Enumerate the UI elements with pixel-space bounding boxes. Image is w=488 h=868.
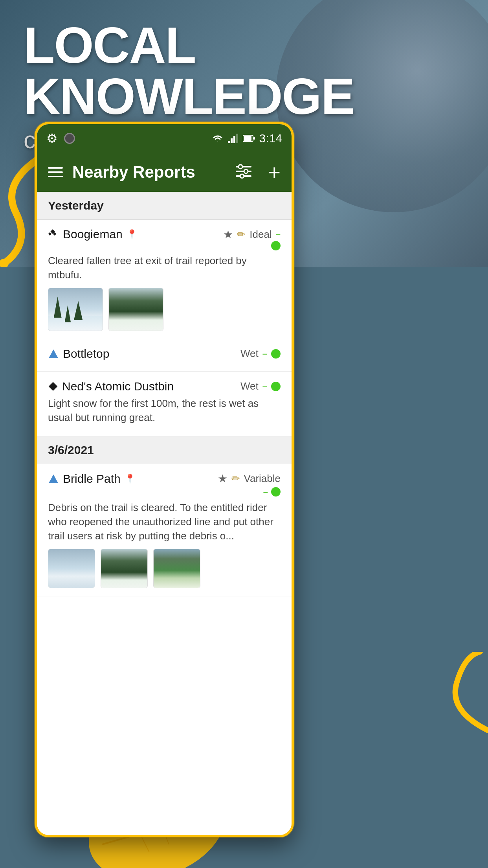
star-icon: ★	[218, 472, 227, 485]
svg-rect-9	[233, 136, 235, 143]
status-bar-left: ⚙	[46, 131, 75, 146]
section-header-text: Yesterday	[48, 199, 104, 212]
section-header-date-text: 3/6/2021	[48, 443, 94, 456]
svg-rect-8	[231, 138, 233, 143]
trail-name-area: Bridle Path 📍	[48, 472, 135, 485]
yellow-rope-right	[409, 652, 488, 770]
trail-name-area: Ned's Atomic Dustbin	[48, 380, 174, 393]
status-text: Variable	[244, 473, 281, 485]
hero-title: LOCAL KNOWLEDGE	[24, 20, 488, 122]
svg-rect-10	[236, 134, 238, 143]
trail-item-header: Ned's Atomic Dustbin Wet –	[48, 380, 281, 393]
status-bar-right: 3:14	[211, 132, 282, 145]
content-area: Yesterday Boogieman 📍	[37, 192, 292, 835]
section-header-date: 3/6/2021	[37, 436, 292, 464]
filter-button[interactable]	[235, 163, 252, 182]
settings-icon: ⚙	[46, 131, 58, 146]
trail-image-1[interactable]	[48, 549, 95, 588]
toolbar-title: Nearby Reports	[72, 163, 226, 182]
filter-icon	[235, 163, 252, 180]
svg-rect-22	[48, 232, 51, 235]
pencil-icon: ✏	[237, 228, 246, 241]
signal-icon	[228, 134, 239, 143]
trail-item-header: Bottletop Wet –	[48, 347, 281, 360]
dash-icon: –	[263, 487, 268, 497]
trail-item-neds-atomic-dustbin[interactable]: Ned's Atomic Dustbin Wet – Light snow fo…	[37, 372, 292, 436]
phone-frame-wrapper: ⚙	[35, 122, 294, 837]
trail-image-2[interactable]	[108, 288, 163, 331]
dash-icon: –	[276, 229, 281, 239]
trail-images	[48, 288, 281, 331]
trail-status-area: ★ ✏ Ideal –	[223, 228, 281, 241]
dash-icon: –	[262, 381, 267, 392]
svg-rect-12	[244, 136, 251, 141]
status-time: 3:14	[259, 132, 282, 145]
add-button[interactable]: +	[268, 162, 281, 183]
circle-icon	[64, 133, 75, 144]
battery-icon	[243, 134, 255, 142]
trail-name-area: Boogieman 📍	[48, 228, 137, 241]
status-text: Ideal	[250, 228, 272, 241]
trail-status-area: Wet –	[240, 380, 281, 392]
condition-dot	[271, 241, 281, 250]
trail-images	[48, 549, 281, 588]
condition-dot	[271, 487, 281, 497]
trail-type-icon	[48, 381, 58, 392]
svg-point-17	[244, 169, 248, 173]
trail-image-3[interactable]	[153, 549, 200, 588]
trail-name: Boogieman	[63, 228, 123, 241]
phone-frame: ⚙	[35, 122, 294, 837]
trail-item-bridle-path[interactable]: Bridle Path 📍 ★ ✏ Variable – Debris on t…	[37, 464, 292, 596]
trail-description: Cleared fallen tree at exit of trail rep…	[48, 254, 281, 282]
trail-type-icon	[48, 473, 59, 484]
condition-dot	[271, 349, 281, 359]
svg-marker-23	[49, 349, 58, 358]
svg-point-15	[238, 165, 242, 169]
app-toolbar: Nearby Reports +	[37, 153, 292, 192]
location-pin: 📍	[125, 474, 135, 484]
trail-name: Ned's Atomic Dustbin	[62, 380, 174, 393]
trail-name: Bridle Path	[63, 472, 121, 485]
svg-rect-13	[253, 137, 255, 140]
location-pin: 📍	[127, 229, 137, 239]
svg-rect-7	[228, 141, 230, 143]
trail-item-bottletop[interactable]: Bottletop Wet –	[37, 339, 292, 372]
svg-point-19	[240, 174, 244, 178]
condition-dot	[271, 382, 281, 391]
trail-status-area: ★ ✏ Variable	[218, 472, 281, 485]
star-icon: ★	[223, 228, 233, 241]
svg-marker-25	[49, 474, 58, 483]
trail-image-1[interactable]	[48, 288, 103, 331]
status-bar: ⚙	[37, 124, 292, 153]
trail-description: Debris on the trail is cleared. To the e…	[48, 500, 281, 543]
trail-type-icon	[48, 229, 59, 240]
trail-type-icon	[48, 348, 59, 359]
trail-name-area: Bottletop	[48, 347, 109, 360]
trail-description: Light snow for the first 100m, the rest …	[48, 396, 281, 425]
dash-icon: –	[262, 349, 267, 359]
svg-rect-24	[49, 382, 58, 391]
menu-button[interactable]	[48, 167, 63, 177]
pencil-icon: ✏	[231, 473, 240, 485]
trail-item-header: Boogieman 📍 ★ ✏ Ideal –	[48, 228, 281, 241]
trail-item-header: Bridle Path 📍 ★ ✏ Variable	[48, 472, 281, 485]
trail-name: Bottletop	[63, 347, 109, 360]
trail-item-boogieman[interactable]: Boogieman 📍 ★ ✏ Ideal – Cleared fallen t…	[37, 220, 292, 339]
wifi-icon	[211, 134, 224, 143]
trail-status-area: Wet –	[240, 348, 281, 360]
section-header-yesterday: Yesterday	[37, 192, 292, 220]
status-text: Wet	[240, 348, 259, 360]
status-text: Wet	[240, 380, 259, 392]
trail-image-2[interactable]	[101, 549, 148, 588]
